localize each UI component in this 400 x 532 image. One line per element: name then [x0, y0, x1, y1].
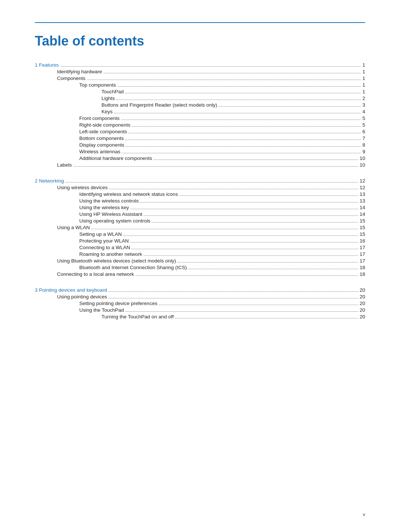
- entry-page: 1: [362, 89, 365, 94]
- entry-dots: [122, 153, 361, 153]
- entry-text: Using the wireless controls: [79, 198, 139, 204]
- entry-text: Left-side components: [79, 129, 127, 134]
- entry-dots: [123, 235, 358, 236]
- entry-dots: [125, 93, 361, 93]
- entry-dots: [131, 249, 358, 249]
- toc-entry: Roaming to another network17: [35, 251, 365, 257]
- entry-page: 20: [360, 301, 365, 306]
- section-1: 1 Features1Identifying hardware1Componen…: [35, 62, 365, 168]
- entry-dots: [136, 275, 358, 276]
- entry-page: 3: [362, 102, 365, 108]
- entry-dots: [154, 160, 358, 160]
- entry-page: 2: [362, 96, 365, 101]
- toc-entry: Using the wireless key14: [35, 205, 365, 210]
- entry-page: 10: [360, 155, 365, 161]
- entry-page: 7: [362, 135, 365, 141]
- toc-entry: Left-side components6: [35, 129, 365, 134]
- toc-entry: Using a WLAN15: [35, 225, 365, 230]
- toc-entry: Using HP Wireless Assistant14: [35, 211, 365, 217]
- entry-text: Keys: [101, 109, 113, 114]
- entry-text: Setting pointing device preferences: [79, 301, 157, 306]
- entry-text: Display components: [79, 142, 124, 148]
- entry-dots: [179, 195, 358, 196]
- entry-text: Using wireless devices: [57, 185, 108, 190]
- top-rule: [35, 22, 365, 23]
- entry-text: Connecting to a WLAN: [79, 245, 130, 250]
- chapter-dots: [109, 291, 358, 292]
- entry-page: 15: [360, 231, 365, 237]
- toc-entry: Using wireless devices12: [35, 185, 365, 190]
- entry-dots: [126, 146, 361, 147]
- entry-page: 15: [360, 218, 365, 224]
- toc-entry: Using the wireless controls13: [35, 198, 365, 204]
- toc-container: 1 Features1Identifying hardware1Componen…: [35, 62, 365, 319]
- entry-page: 15: [360, 225, 365, 230]
- entry-dots: [126, 311, 358, 312]
- toc-entry: Labels10: [35, 162, 365, 168]
- entry-page: 17: [360, 245, 365, 250]
- toc-entry: Buttons and Fingerprint Reader (select m…: [35, 102, 365, 108]
- entry-text: Using the TouchPad: [79, 307, 124, 313]
- toc-entry: Right-side components5: [35, 122, 365, 128]
- entry-text: Lights: [101, 96, 115, 101]
- chapter-label[interactable]: 3 Pointing devices and keyboard: [35, 287, 107, 293]
- entry-text: Using HP Wireless Assistant: [79, 211, 142, 217]
- toc-entry: Using operating system controls15: [35, 218, 365, 224]
- entry-dots: [114, 113, 361, 113]
- entry-page: 6: [362, 129, 365, 134]
- entry-text: Labels: [57, 162, 72, 168]
- entry-dots: [116, 100, 361, 100]
- entry-dots: [121, 120, 361, 120]
- entry-dots: [87, 80, 361, 80]
- toc-entry: Connecting to a local area network18: [35, 271, 365, 277]
- entry-page: 18: [360, 271, 365, 277]
- entry-text: Using a WLAN: [57, 225, 90, 230]
- entry-page: 13: [360, 191, 365, 197]
- chapter-entry: 2 Networking12: [35, 178, 365, 184]
- entry-dots: [91, 229, 358, 229]
- entry-text: Protecting your WLAN: [79, 238, 129, 244]
- entry-text: Bluetooth and Internet Connection Sharin…: [79, 265, 187, 270]
- entry-page: 13: [360, 198, 365, 204]
- entry-dots: [188, 269, 358, 269]
- entry-dots: [152, 222, 358, 222]
- entry-page: 5: [362, 122, 365, 128]
- toc-entry: Additional hardware components10: [35, 155, 365, 161]
- entry-page: 16: [360, 238, 365, 244]
- toc-entry: Display components8: [35, 142, 365, 148]
- entry-text: Identifying wireless and network status …: [79, 191, 178, 197]
- entry-text: Right-side components: [79, 122, 130, 128]
- entry-text: Wireless antennas: [79, 149, 120, 154]
- entry-dots: [175, 318, 358, 318]
- entry-page: 20: [360, 314, 365, 319]
- entry-text: Roaming to another network: [79, 251, 142, 257]
- toc-entry: Using the TouchPad20: [35, 307, 365, 313]
- entry-text: Using pointing devices: [57, 294, 107, 300]
- entry-page: 1: [362, 76, 365, 81]
- entry-dots: [144, 215, 358, 216]
- entry-page: 14: [360, 211, 365, 217]
- entry-page: 17: [360, 258, 365, 264]
- entry-dots: [159, 305, 358, 305]
- chapter-label[interactable]: 1 Features: [35, 62, 59, 68]
- toc-entry: Turning the TouchPad on and off20: [35, 314, 365, 319]
- toc-entry: Setting pointing device preferences20: [35, 301, 365, 306]
- entry-text: Additional hardware components: [79, 155, 152, 161]
- toc-entry: Using Bluetooth wireless devices (select…: [35, 258, 365, 264]
- entry-page: 1: [362, 69, 365, 74]
- entry-dots: [144, 255, 358, 256]
- entry-dots: [130, 209, 358, 209]
- entry-text: Turning the TouchPad on and off: [101, 314, 174, 319]
- chapter-label[interactable]: 2 Networking: [35, 178, 64, 184]
- toc-entry: TouchPad1: [35, 89, 365, 94]
- chapter-page: 12: [360, 178, 365, 184]
- entry-page: 20: [360, 294, 365, 300]
- toc-entry: Components1: [35, 76, 365, 81]
- entry-dots: [177, 262, 358, 262]
- toc-entry: Setting up a WLAN15: [35, 231, 365, 237]
- chapter-dots: [66, 182, 358, 183]
- toc-entry: Front components5: [35, 116, 365, 121]
- toc-entry: Top components1: [35, 82, 365, 88]
- section-3: 3 Pointing devices and keyboard20Using p…: [35, 287, 365, 319]
- section-2: 2 Networking12Using wireless devices12Id…: [35, 178, 365, 277]
